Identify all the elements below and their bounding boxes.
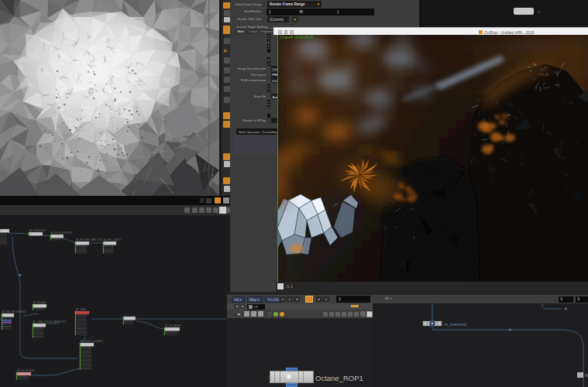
svg-text:AT_PH_TREE_BARK_SNO: AT_PH_TREE_BARK_SNO — [76, 238, 103, 241]
svg-text:m_treeforest: m_treeforest — [445, 322, 467, 327]
svg-text:AT_SNOW_COVERED: AT_SNOW_COVERED — [81, 340, 103, 343]
svg-text:AT_PH_AGE: AT_PH_AGE — [33, 301, 46, 304]
svg-text:AT_PH_L_SNOW: AT_PH_L_SNOW — [104, 238, 122, 241]
svg-text:AT_NO_BUSHES: AT_NO_BUSHES — [17, 369, 34, 372]
svg-text:AT_SET_SNOWTRANS: AT_SET_SNOWTRANS — [2, 310, 26, 313]
svg-text:AT - MAIN: AT - MAIN — [76, 308, 86, 311]
svg-text:AT_TREE_COLOR_VARIATIONS: AT_TREE_COLOR_VARIATIONS — [33, 320, 66, 324]
svg-text:W: W — [585, 373, 588, 378]
svg-text:AT_PH_ROOFSNOW: AT_PH_ROOFSNOW — [51, 231, 73, 235]
svg-text:AT_PH_ROOFS: AT_PH_ROOFS — [29, 229, 45, 232]
svg-text:AT_SO_WATER: AT_SO_WATER — [165, 324, 181, 327]
